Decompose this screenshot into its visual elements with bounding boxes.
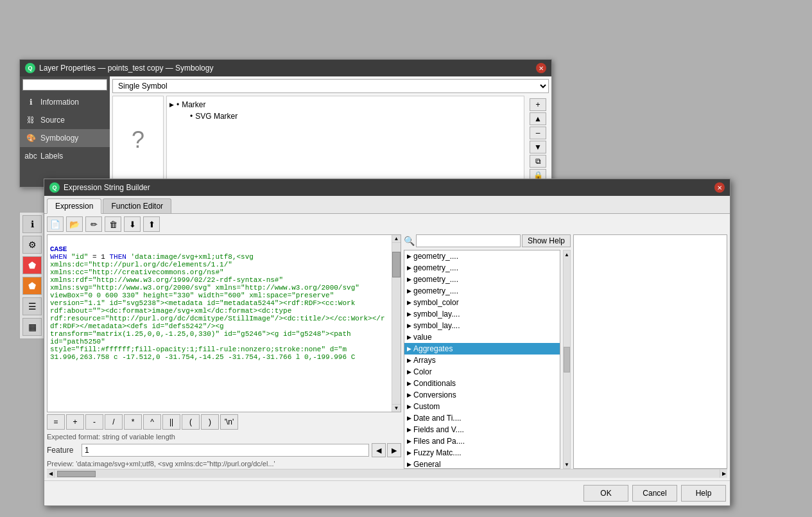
toolbox-icon-3[interactable]: ⬟ (22, 256, 42, 274)
expr-close-button[interactable]: ✕ (714, 182, 725, 193)
op-divide-button[interactable]: / (105, 414, 123, 430)
symbol-tree: ▶ • Marker • SVG Marker (166, 96, 524, 184)
sidebar-search-input[interactable] (22, 79, 107, 91)
op-minus-button[interactable]: - (85, 414, 103, 430)
show-help-button[interactable]: Show Help (522, 234, 571, 247)
op-multiply-button[interactable]: * (124, 414, 142, 430)
func-group-geometry1[interactable]: ▶ geometry_.... (404, 250, 560, 262)
func-group-value[interactable]: ▶ value (404, 331, 560, 343)
move-up-button[interactable]: ▲ (530, 112, 546, 125)
scrollbar-up-button[interactable]: ▲ (564, 250, 570, 258)
expr-title: Expression String Builder (64, 183, 150, 192)
sidebar-item-source[interactable]: ⛓ Source (20, 111, 110, 129)
func-group-geometry3[interactable]: ▶ geometry_.... (404, 274, 560, 285)
func-group-symbol-lay1[interactable]: ▶ symbol_lay.... (404, 308, 560, 320)
tab-function-editor[interactable]: Function Editor (103, 198, 171, 213)
sidebar-item-information[interactable]: ℹ Information (20, 93, 110, 111)
op-plus-button[interactable]: + (66, 414, 84, 430)
cancel-button[interactable]: Cancel (632, 485, 677, 502)
arrow-icon: ▶ (407, 426, 412, 433)
expr-editor[interactable]: CASE WHEN "id" = 1 THEN 'data:image/svg+… (48, 235, 392, 412)
toolbox-icon-1[interactable]: ℹ (22, 215, 42, 233)
marker-dot-icon: • (177, 100, 179, 109)
save-expr-button[interactable]: ✏ (85, 216, 102, 232)
tree-item-label: Marker (182, 100, 205, 109)
add-layer-button[interactable]: + (530, 98, 546, 111)
feature-next-button[interactable]: ▶ (387, 443, 401, 457)
func-group-geometry4[interactable]: ▶ geometry_.... (404, 285, 560, 297)
move-down-button[interactable]: ▼ (530, 141, 546, 153)
arrow-icon: ▶ (407, 346, 412, 352)
func-group-date-time[interactable]: ▶ Date and Ti.... (404, 412, 560, 424)
scrollbar-thumb-func[interactable] (564, 347, 570, 372)
func-group-symbol-lay2[interactable]: ▶ symbol_lay.... (404, 320, 560, 331)
func-group-label: geometry_.... (413, 275, 458, 284)
layer-props-body: ℹ Information ⛓ Source 🎨 Symbology abc L… (20, 76, 551, 187)
func-group-geometry2[interactable]: ▶ geometry_.... (404, 262, 560, 274)
symbol-preview-area: ? (112, 96, 164, 184)
toolbox-icon-5[interactable]: ☰ (22, 297, 42, 315)
tab-expression[interactable]: Expression (47, 198, 101, 214)
func-group-aggregates[interactable]: ▶ Aggregates (404, 343, 560, 355)
store-expr-button[interactable]: ⬆ (143, 216, 160, 232)
toolbox-icon-2[interactable]: ⚙ (22, 236, 42, 254)
tree-item-svg-marker[interactable]: • SVG Marker (169, 110, 521, 122)
func-group-symbol-color[interactable]: ▶ symbol_color (404, 297, 560, 308)
func-group-general[interactable]: ▶ General (404, 459, 560, 469)
sidebar-item-labels[interactable]: abc Labels (20, 147, 110, 165)
load-expr-button[interactable]: ⬇ (124, 216, 141, 232)
arrow-icon: ▶ (407, 415, 412, 421)
layer-props-close-button[interactable]: ✕ (536, 63, 546, 73)
new-expr-button[interactable]: 📄 (47, 216, 64, 232)
expr-horizontal-scrollbar[interactable]: ◀ ▶ (47, 469, 727, 478)
hscroll-right-button[interactable]: ▶ (720, 469, 727, 478)
expr-content: 📄 📂 ✏ 🗑 ⬇ ⬆ CASE WHEN "id" = 1 THEN 'dat… (44, 214, 730, 480)
scrollbar-thumb[interactable] (392, 252, 401, 277)
op-rparen-button[interactable]: ) (201, 414, 219, 430)
feature-nav-buttons: ◀ ▶ (372, 443, 401, 457)
func-group-label: Arrays (413, 356, 436, 365)
func-group-files-pa[interactable]: ▶ Files and Pa.... (404, 435, 560, 447)
delete-expr-button[interactable]: 🗑 (105, 216, 121, 232)
remove-button[interactable]: – (530, 127, 546, 139)
func-group-arrays[interactable]: ▶ Arrays (404, 355, 560, 366)
arrow-icon: ▶ (407, 276, 412, 283)
expr-vertical-scrollbar[interactable]: ▲ ▼ (392, 235, 401, 412)
left-panel-icons: ℹ ⚙ ⬟ ⬟ ☰ ▦ (19, 212, 45, 339)
sidebar-item-symbology[interactable]: 🎨 Symbology (20, 129, 110, 147)
func-group-label: symbol_color (413, 298, 459, 307)
func-group-color[interactable]: ▶ Color (404, 366, 560, 378)
toolbox-icon-4[interactable]: ⬟ (22, 277, 42, 295)
help-button[interactable]: Help (681, 485, 726, 502)
expr-main: CASE WHEN "id" = 1 THEN 'data:image/svg+… (47, 234, 727, 469)
function-list-scrollbar[interactable]: ▲ ▼ (563, 250, 571, 469)
symbol-type-select[interactable]: Single Symbol (112, 79, 549, 93)
arrow-icon: ▶ (407, 334, 412, 340)
arrow-icon: ▶ (407, 288, 412, 294)
scrollbar-down-button[interactable]: ▼ (564, 460, 570, 468)
op-power-button[interactable]: ^ (143, 414, 161, 430)
func-group-conversions[interactable]: ▶ Conversions (404, 389, 560, 401)
expr-body: Expression Function Editor 📄 📂 ✏ 🗑 ⬇ ⬆ C… (44, 196, 730, 480)
layer-props-sidebar: ℹ Information ⛓ Source 🎨 Symbology abc L… (20, 76, 110, 187)
func-group-conditionals[interactable]: ▶ Conditionals (404, 378, 560, 389)
func-group-fuzzy-match[interactable]: ▶ Fuzzy Matc.... (404, 447, 560, 459)
tree-item-marker[interactable]: ▶ • Marker (169, 99, 521, 110)
op-lparen-button[interactable]: ( (182, 414, 200, 430)
duplicate-button[interactable]: ⧉ (530, 155, 546, 168)
hscroll-thumb[interactable] (57, 471, 96, 477)
op-equals-button[interactable]: = (47, 414, 65, 430)
feature-input[interactable] (82, 444, 369, 457)
hscroll-left-button[interactable]: ◀ (47, 469, 55, 478)
sidebar-item-label: Labels (40, 152, 63, 161)
op-newline-button[interactable]: '\n' (220, 414, 238, 430)
arrow-icon: ▶ (407, 253, 412, 259)
feature-prev-button[interactable]: ◀ (372, 443, 386, 457)
op-concat-button[interactable]: || (162, 414, 180, 430)
toolbox-icon-6[interactable]: ▦ (22, 318, 42, 336)
ok-button[interactable]: OK (583, 485, 628, 502)
function-search-input[interactable] (416, 234, 521, 247)
func-group-custom[interactable]: ▶ Custom (404, 401, 560, 412)
func-group-fields-v[interactable]: ▶ Fields and V.... (404, 424, 560, 435)
open-expr-button[interactable]: 📂 (66, 216, 83, 232)
